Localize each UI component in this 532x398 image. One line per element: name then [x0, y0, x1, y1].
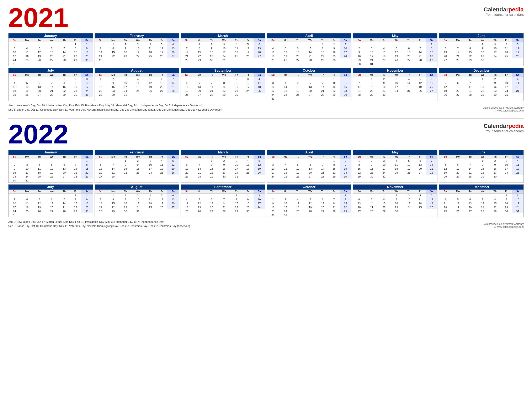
th-we: We	[45, 38, 58, 42]
sep-2021-title: September	[181, 68, 265, 73]
oct-2022: October Su Mo Tu We Th Fr Sa 1 2345678 9…	[267, 184, 351, 217]
year-2022-section: 2022 Calendarpedia Your source for calen…	[8, 121, 524, 229]
year-2021-section: 2021 Calendarpedia Your source for calen…	[8, 4, 524, 112]
2021-website: © www.calendarpedia.com	[482, 109, 524, 112]
brand-calendar-text: Calendar	[484, 6, 508, 13]
year-2021-title: 2021	[8, 4, 68, 31]
brand-logo-2021: Calendarpedia Your source for calendars	[484, 6, 524, 17]
may-2021: May Su Mo Tu We Th Fr Sa 1 2345678 91011…	[353, 33, 438, 66]
jul-2022-title: July	[8, 185, 93, 190]
dec-2022: December Su Mo Tu We Th Fr Sa 123 456789…	[439, 184, 524, 217]
aug-2021-title: August	[95, 68, 179, 73]
nov-2022-title: November	[353, 185, 437, 190]
feb-2022: February Su Mo Tu We Th Fr Sa 12345 6789…	[95, 150, 179, 183]
nov-2021: November Su Mo Tu We Th Fr Sa 123456 789…	[353, 68, 438, 101]
brand-name-2022: Calendarpedia	[484, 123, 524, 129]
jun-2021: June Su Mo Tu We Th Fr Sa 12345 67891011…	[439, 33, 524, 66]
mar-2022-title: March	[181, 150, 265, 155]
jul-2021-title: July	[8, 68, 93, 73]
feb-2021: February Su Mo Tu We Th Fr Sa 123456 789…	[95, 33, 179, 66]
feb-2021-title: February	[95, 33, 179, 38]
dec-2021: December Su Mo Tu We Th Fr Sa 1234 56789…	[439, 68, 524, 101]
2021-footnote2: Sep 6: Labor Day, Oct 11: Columbus Day, …	[8, 108, 222, 112]
th-tu: Tu	[34, 38, 45, 42]
sep-2022-title: September	[181, 185, 265, 190]
2022-data-warning: Data provided 'as is' without warranty	[482, 223, 524, 225]
apr-2022-title: April	[267, 150, 351, 155]
2021-footnotes-row: Jan 1: New Year's Day, Jan 18: Martin Lu…	[8, 103, 524, 112]
mar-2021: March Su Mo Tu We Th Fr Sa 123456 789101…	[181, 33, 265, 66]
oct-2021-title: October	[267, 68, 351, 73]
nov-2021-title: November	[353, 68, 437, 73]
jan-2021-title: January	[8, 33, 93, 38]
jun-2022-title: June	[439, 150, 524, 155]
2021-footnote1: Jan 1: New Year's Day, Jan 18: Martin Lu…	[8, 103, 222, 108]
2021-row2: July Su Mo Tu We Th Fr Sa 123 45678910 1…	[8, 68, 524, 101]
2021-row1: January Su Mo Tu We Th Fr Sa 12 3456789 …	[8, 33, 524, 66]
jul-2022: July Su Mo Tu We Th Fr Sa 12 3456789 101…	[8, 184, 93, 217]
2022-footnotes-row: Jan 1: New Year's Day, Jan 17: Martin Lu…	[8, 219, 524, 229]
2021-data-note: Data provided 'as is' without warranty ©…	[482, 106, 524, 112]
brand-logo-2022: Calendarpedia Your source for calendars	[484, 123, 524, 133]
th-fr: Fr	[70, 38, 81, 42]
aug-2022: August Su Mo Tu We Th Fr Sa 123456 78910…	[95, 184, 179, 217]
jun-2022: June Su Mo Tu We Th Fr Sa 1234 567891011…	[439, 150, 524, 183]
may-2021-title: May	[353, 33, 437, 38]
2022-data-note: Data provided 'as is' without warranty ©…	[482, 223, 524, 228]
section-divider	[8, 118, 524, 118]
aug-2021: August Su Mo Tu We Th Fr Sa 1234567 8910…	[95, 68, 179, 101]
2022-footnotes: Jan 1: New Year's Day, Jan 17: Martin Lu…	[8, 220, 190, 229]
jan-2022: January Su Mo Tu We Th Fr Sa 1 2345678 9…	[8, 150, 93, 183]
th-sa: Sa	[81, 38, 93, 42]
jul-2021: July Su Mo Tu We Th Fr Sa 123 45678910 1…	[8, 68, 93, 101]
year-2022-title: 2022	[8, 121, 68, 148]
year-2022-header: 2022 Calendarpedia Your source for calen…	[8, 121, 524, 148]
brand-subtitle-2021: Your source for calendars	[484, 13, 524, 17]
2021-footnotes: Jan 1: New Year's Day, Jan 18: Martin Lu…	[8, 103, 222, 112]
feb-2022-title: February	[95, 150, 179, 155]
sep-2022: September Su Mo Tu We Th Fr Sa 123 45678…	[181, 184, 265, 217]
dec-2022-title: December	[439, 185, 524, 190]
may-2022-title: May	[353, 150, 437, 155]
2022-row1: January Su Mo Tu We Th Fr Sa 1 2345678 9…	[8, 150, 524, 183]
2022-footnote1: Jan 1: New Year's Day, Jan 17: Martin Lu…	[8, 220, 190, 224]
2022-website: © www.calendarpedia.com	[482, 225, 524, 228]
oct-2022-title: October	[267, 185, 351, 190]
th-mo: Mo	[20, 38, 34, 42]
nov-2022: November Su Mo Tu We Th Fr Sa 12345 6789…	[353, 184, 438, 217]
2022-footnote2: Sep 5: Labor Day, Oct 10: Columbus Day, …	[8, 224, 190, 228]
dec-2021-title: December	[439, 68, 524, 73]
2022-row2: July Su Mo Tu We Th Fr Sa 12 3456789 101…	[8, 184, 524, 217]
apr-2021: April Su Mo Tu We Th Fr Sa 123 45678910 …	[267, 33, 351, 66]
jan-2021: January Su Mo Tu We Th Fr Sa 12 3456789 …	[8, 33, 93, 66]
brand-subtitle-2022: Your source for calendars	[484, 129, 524, 133]
oct-2021: October Su Mo Tu We Th Fr Sa 12 3456789 …	[267, 68, 351, 101]
jan-2022-title: January	[8, 150, 93, 155]
jun-2021-title: June	[439, 33, 524, 38]
apr-2021-title: April	[267, 33, 351, 38]
mar-2022: March Su Mo Tu We Th Fr Sa 12345 6789101…	[181, 150, 265, 183]
year-2021-header: 2021 Calendarpedia Your source for calen…	[8, 4, 524, 31]
sep-2021: September Su Mo Tu We Th Fr Sa 1234 5678…	[181, 68, 265, 101]
2021-data-warning: Data provided 'as is' without warranty	[482, 106, 524, 109]
may-2022: May Su Mo Tu We Th Fr Sa 1234567 8910111…	[353, 150, 438, 183]
th-th: Th	[58, 38, 70, 42]
aug-2022-title: August	[95, 185, 179, 190]
apr-2022: April Su Mo Tu We Th Fr Sa 12 3456789 10…	[267, 150, 351, 183]
brand-pedia-text: pedia	[508, 6, 524, 13]
brand-name-2021: Calendarpedia	[484, 6, 524, 13]
th-su: Su	[8, 38, 20, 42]
mar-2021-title: March	[181, 33, 265, 38]
